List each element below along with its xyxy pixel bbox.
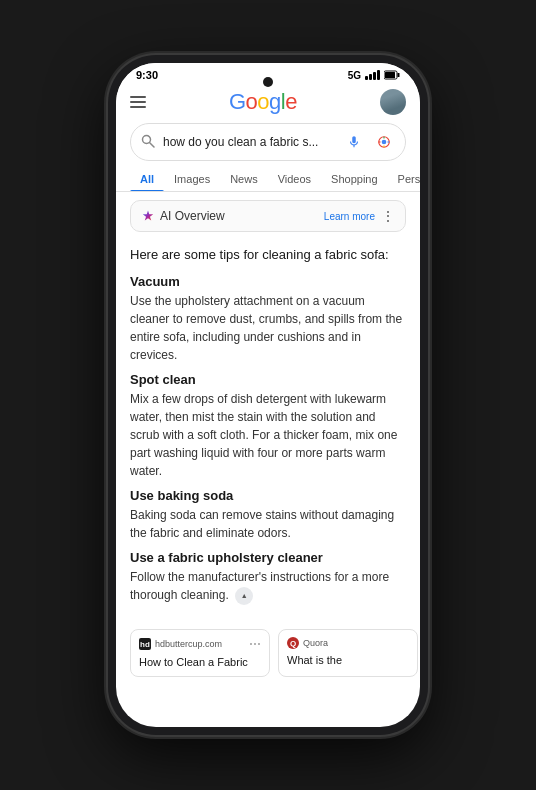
tip-vacuum: Vacuum Use the upholstery attachment on … [130, 274, 406, 364]
status-time: 9:30 [136, 69, 158, 81]
tab-shopping[interactable]: Shopping [321, 167, 388, 191]
tab-videos[interactable]: Videos [268, 167, 321, 191]
logo-o1: o [246, 89, 258, 114]
ai-overview-section: AI Overview Learn more ⋮ [130, 200, 406, 232]
source-card-hd[interactable]: hd hdbuttercup.com ⋯ How to Clean a Fabr… [130, 629, 270, 677]
avatar-image [380, 89, 406, 115]
hamburger-menu-icon[interactable] [130, 96, 146, 108]
tip-upholstery: Use a fabric upholstery cleaner Follow t… [130, 550, 406, 605]
hd-source-title: How to Clean a Fabric [139, 655, 261, 669]
more-options-button[interactable]: ⋮ [381, 209, 395, 223]
logo-e: e [285, 89, 297, 114]
svg-point-6 [382, 140, 387, 145]
svg-rect-1 [398, 73, 400, 77]
svg-rect-7 [383, 137, 384, 139]
logo-o2: o [257, 89, 269, 114]
learn-more-button[interactable]: Learn more [324, 211, 375, 222]
search-query-text: how do you clean a fabric s... [163, 135, 335, 149]
tip-upholstery-title: Use a fabric upholstery cleaner [130, 550, 406, 565]
tab-images[interactable]: Images [164, 167, 220, 191]
hd-source-icon: hd [139, 638, 151, 650]
quora-source-icon: Q [287, 637, 299, 649]
camera-notch [263, 77, 273, 87]
google-header: Google [116, 83, 420, 119]
hd-source-name: hdbuttercup.com [155, 639, 222, 649]
search-icon [141, 134, 155, 151]
logo-g: G [229, 89, 246, 114]
search-bar[interactable]: how do you clean a fabric s... [130, 123, 406, 161]
user-avatar[interactable] [380, 89, 406, 115]
logo-g2: g [269, 89, 281, 114]
ai-star-icon [141, 209, 155, 223]
tip-upholstery-body: Follow the manufacturer's instructions f… [130, 568, 406, 605]
ai-overview-title: AI Overview [160, 209, 225, 223]
tip-bakingsoda-body: Baking soda can remove stains without da… [130, 506, 406, 542]
tab-personal[interactable]: Pers [388, 167, 420, 191]
google-logo: Google [229, 89, 297, 115]
phone-frame: 9:30 5G [108, 55, 428, 735]
svg-line-4 [150, 142, 155, 147]
source-logo-row-hd: hd hdbuttercup.com [139, 638, 222, 650]
tip-spotclean-body: Mix a few drops of dish detergent with l… [130, 390, 406, 480]
intro-text: Here are some tips for cleaning a fabric… [130, 246, 406, 264]
tip-vacuum-title: Vacuum [130, 274, 406, 289]
hd-more-button[interactable]: ⋯ [249, 637, 261, 651]
search-tabs: All Images News Videos Shopping Pers [116, 167, 420, 192]
content-scroll[interactable]: Google how do you clean a fabric s... [116, 83, 420, 727]
tip-vacuum-body: Use the upholstery attachment on a vacuu… [130, 292, 406, 364]
svg-rect-8 [383, 146, 384, 148]
tab-news[interactable]: News [220, 167, 268, 191]
google-lens-button[interactable] [373, 131, 395, 153]
ai-overview-actions: Learn more ⋮ [324, 209, 395, 223]
source-card-quora-header: Q Quora [287, 637, 409, 649]
svg-rect-10 [388, 141, 390, 142]
collapse-button[interactable] [235, 587, 253, 605]
source-cards: hd hdbuttercup.com ⋯ How to Clean a Fabr… [116, 623, 420, 683]
phone-screen: 9:30 5G [116, 63, 420, 727]
source-logo-row-quora: Q Quora [287, 637, 328, 649]
svg-rect-9 [379, 141, 381, 142]
tip-bakingsoda: Use baking soda Baking soda can remove s… [130, 488, 406, 542]
ai-overview-header: AI Overview Learn more ⋮ [141, 209, 395, 223]
source-card-hd-header: hd hdbuttercup.com ⋯ [139, 637, 261, 651]
battery-icon [384, 70, 400, 80]
quora-source-title: What is the [287, 653, 409, 667]
source-card-quora[interactable]: Q Quora What is the [278, 629, 418, 677]
signal-text: 5G [348, 70, 361, 81]
quora-source-name: Quora [303, 638, 328, 648]
tip-spotclean: Spot clean Mix a few drops of dish deter… [130, 372, 406, 480]
tab-all[interactable]: All [130, 167, 164, 191]
main-content: Here are some tips for cleaning a fabric… [116, 240, 420, 623]
status-icons: 5G [348, 70, 400, 81]
tip-spotclean-title: Spot clean [130, 372, 406, 387]
tip-bakingsoda-title: Use baking soda [130, 488, 406, 503]
voice-search-button[interactable] [343, 131, 365, 153]
signal-bars-icon [365, 70, 380, 80]
svg-rect-2 [385, 72, 395, 78]
ai-overview-title-row: AI Overview [141, 209, 225, 223]
